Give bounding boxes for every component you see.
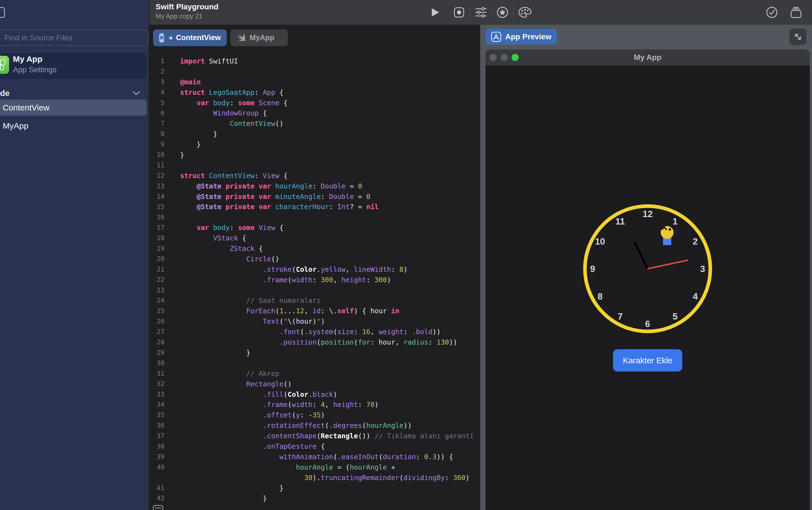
expand-preview-button[interactable] (789, 29, 807, 45)
app-preview-button[interactable]: App Preview (486, 29, 557, 44)
code-line: 16 (149, 212, 480, 222)
line-number: 10 (149, 150, 164, 160)
toolbar: Swift Playground My App copy 21 (149, 0, 812, 25)
code-text: struct LegoSaatApp: App { (180, 87, 283, 98)
code-text: } (180, 129, 217, 139)
code-line: 29 } (149, 348, 480, 358)
butterfly-app-icon (0, 56, 9, 74)
line-number: 27 (149, 327, 164, 337)
line-number: 20 (149, 254, 164, 264)
line-number: 31 (149, 368, 164, 379)
clock-number: 10 (595, 236, 605, 246)
app-stack-icon (790, 7, 802, 18)
code-line: 31 // Akrep (149, 368, 480, 379)
code-text: .frame(width: 300, height: 300) (180, 275, 391, 285)
play-icon (431, 8, 439, 17)
play-button[interactable] (426, 0, 445, 25)
window-title: Swift Playground (155, 2, 219, 11)
sidebar-item-contentview[interactable]: ContentView (0, 99, 147, 116)
code-text: Text("\(hour)") (180, 316, 325, 327)
app-card-subtitle: App Settings (13, 65, 57, 74)
chevron-down-icon[interactable] (133, 91, 140, 96)
code-text: } (180, 150, 184, 160)
record-button[interactable] (450, 0, 469, 25)
app-library-button[interactable] (786, 0, 806, 25)
character-eye (669, 228, 671, 231)
close-icon[interactable]: ✕ (159, 33, 164, 42)
line-number: 30 (149, 358, 164, 368)
line-number: 17 (149, 222, 164, 233)
code-text: @State private var minuteAngle: Double =… (180, 191, 370, 202)
appearance-button[interactable] (515, 0, 534, 25)
line-number: 19 (149, 243, 164, 254)
line-number: 41 (149, 483, 164, 493)
line-number: 21 (149, 264, 164, 275)
code-line: 9 } (149, 139, 480, 150)
search-input[interactable] (0, 30, 148, 46)
line-number: 4 (149, 87, 164, 98)
tab-myapp[interactable]: MyApp (230, 29, 288, 46)
hour-hand (634, 242, 649, 269)
line-number: 25 (149, 306, 164, 316)
code-editor: ✕ ContentView MyApp 1import SwiftUI23@ma… (149, 25, 480, 510)
code-text: .position(position(for: hour, radius: 13… (180, 337, 457, 348)
window-subtitle: My App copy 21 (155, 12, 203, 20)
line-number: 39 (149, 452, 164, 462)
code-line: 23 (149, 285, 480, 296)
add-character-button[interactable]: Karakter Ekle (613, 349, 682, 371)
app-preview-panel: App Preview My App 123456789101112 Karak… (480, 25, 812, 510)
tab-contentview[interactable]: ✕ ContentView (153, 29, 227, 46)
code-line: 21 .stroke(Color.yellow, lineWidth: 8) (149, 264, 480, 275)
line-number: 37 (149, 431, 164, 441)
code-line: 33 .fill(Color.black) (149, 389, 480, 400)
code-line: 19 ZStack { (149, 243, 480, 254)
code-text: .rotationEffect(.degrees(hourAngle)) (180, 420, 412, 431)
line-number: 3 (149, 77, 164, 87)
code-line: 24 // Saat numaraları (149, 295, 480, 306)
record-icon (454, 7, 464, 18)
line-number: 42 (149, 493, 164, 504)
code-text: .fill(Color.black) (180, 389, 337, 400)
clock-view[interactable]: 123456789101112 (579, 200, 716, 337)
code-text: import SwiftUI (180, 56, 238, 66)
clock-number: 5 (673, 311, 677, 322)
clock-number: 6 (645, 319, 650, 329)
guides-button[interactable] (493, 0, 512, 25)
code-line: 1import SwiftUI (149, 56, 480, 66)
code-line: 28 .position(position(for: hour, radius:… (149, 337, 480, 348)
code-text: struct ContentView: View { (180, 171, 288, 181)
code-line: 3@main (149, 77, 480, 87)
line-number: 40 (149, 462, 164, 473)
sidebar-item-label: ContentView (3, 103, 50, 112)
code-line: 39 withAnimation(.easeInOut(duration: 0.… (149, 452, 480, 462)
code-line: 18 VStack { (149, 233, 480, 243)
code-text: } (180, 348, 251, 358)
preview-window: My App 123456789101112 Karakter Ekle (486, 50, 810, 510)
code-text: .stroke(Color.yellow, lineWidth: 8) (180, 264, 408, 275)
code-text: } (180, 493, 267, 504)
line-number: 33 (149, 389, 164, 400)
clock-number: 4 (693, 291, 698, 301)
line-number: 15 (149, 202, 164, 212)
code-text: ContentView() (180, 118, 283, 129)
sidebar-toggle-icon[interactable] (0, 7, 5, 18)
code-area[interactable]: 1import SwiftUI23@main4struct LegoSaatAp… (149, 56, 480, 504)
sidebar-item-myapp[interactable]: MyApp (0, 118, 147, 134)
clock-number: 12 (643, 209, 653, 219)
code-text: @main (180, 77, 201, 87)
code-line: 17 var body: some View { (149, 222, 480, 233)
section-header[interactable]: de (0, 88, 10, 98)
clock-number: 11 (615, 216, 625, 227)
minimap-toggle-icon[interactable] (153, 505, 163, 510)
validate-button[interactable] (762, 0, 782, 25)
code-text: hourAngle = (hourAngle + (180, 462, 395, 473)
code-line: 20 Circle() (149, 254, 480, 264)
code-text: VStack { (180, 233, 246, 243)
star-circle-icon (497, 7, 508, 18)
line-number: 34 (149, 399, 164, 410)
sliders-button[interactable] (471, 0, 491, 25)
code-text: WindowGroup { (180, 108, 267, 118)
code-text: .font(.system(size: 16, weight: .bold)) (180, 327, 441, 337)
code-text: } (180, 139, 201, 150)
tab-label: ContentView (176, 33, 221, 42)
